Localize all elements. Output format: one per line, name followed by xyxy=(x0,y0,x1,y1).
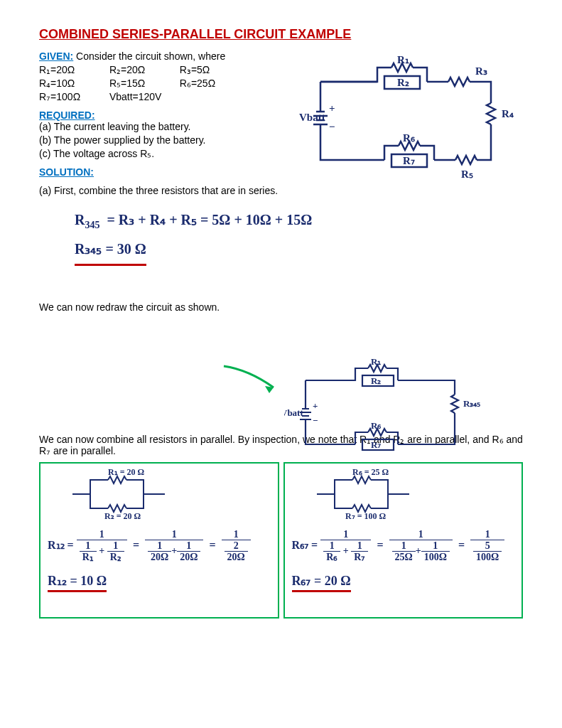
svg-text:R₂ = 20 Ω: R₂ = 20 Ω xyxy=(104,511,141,519)
mini-circuit-r67: R₆ = 25 Ω R₇ = 100 Ω xyxy=(313,469,427,519)
svg-text:+: + xyxy=(329,102,335,114)
svg-text:R₃: R₃ xyxy=(475,65,487,77)
svg-text:+: + xyxy=(313,400,318,411)
r5: R₅=15Ω xyxy=(109,77,177,89)
r345-answer: R₃₄₅ = 30 Ω xyxy=(75,235,146,266)
given-block: GIVEN: Consider the circuit shown, where… xyxy=(39,50,295,102)
svg-text:R₃₄₅: R₃₄₅ xyxy=(463,398,480,409)
svg-text:R₁: R₁ xyxy=(371,356,381,367)
r6: R₆=25Ω xyxy=(180,77,247,89)
svg-text:R₄: R₄ xyxy=(502,108,514,119)
parallel-box-r67: R₆ = 25 Ω R₇ = 100 Ω R₆₇ = 11R₆ + 1R₇ = … xyxy=(283,462,524,619)
r3: R₃=5Ω xyxy=(180,64,247,75)
r4: R₄=10Ω xyxy=(39,77,107,89)
svg-text:R₆ = 25 Ω: R₆ = 25 Ω xyxy=(352,469,389,477)
svg-text:R₁ = 20 Ω: R₁ = 20 Ω xyxy=(108,469,145,477)
r1: R₁=20Ω xyxy=(39,64,107,75)
page-title: COMBINED SERIES-PARALLEL CIRCUIT EXAMPLE xyxy=(39,27,523,42)
redraw-text: We can now redraw the circuit as shown. xyxy=(39,301,523,313)
equation-r345: R345 = R₃ + R₄ + R₅ = 5Ω + 10Ω + 15Ω R₃₄… xyxy=(75,206,523,266)
svg-text:R₇: R₇ xyxy=(371,439,381,450)
svg-text:R₇: R₇ xyxy=(403,155,415,166)
svg-text:R₅: R₅ xyxy=(461,168,473,180)
given-text: Consider the circuit shown, where xyxy=(73,50,225,62)
svg-text:R₁: R₁ xyxy=(397,54,409,65)
r67-answer: R₆₇ = 20 Ω xyxy=(292,573,351,592)
svg-text:Vbatt: Vbatt xyxy=(299,112,325,123)
mini-circuit-r12: R₁ = 20 Ω R₂ = 20 Ω xyxy=(69,469,183,519)
r12-answer: R₁₂ = 10 Ω xyxy=(48,573,107,592)
svg-text:Vbatt: Vbatt xyxy=(284,407,303,418)
svg-text:R₆: R₆ xyxy=(403,132,415,144)
svg-text:R₆: R₆ xyxy=(371,420,382,431)
vbatt: Vbatt=120V xyxy=(109,91,177,102)
r7: R₇=100Ω xyxy=(39,91,107,102)
svg-text:−: − xyxy=(329,121,335,132)
svg-text:R₇ = 100 Ω: R₇ = 100 Ω xyxy=(345,511,387,519)
svg-text:−: − xyxy=(313,415,318,426)
arrow-icon xyxy=(220,363,284,398)
given-label: GIVEN: xyxy=(39,50,73,62)
circuit-diagram-redraw: Vbatt +− R₁ R₂ R₃₄₅ R₆ R₇ xyxy=(284,355,497,469)
svg-text:R₂: R₂ xyxy=(371,375,381,386)
circuit-diagram-main: Vbatt +− R₁ R₂ R₃ R₄ R₅ R₆ R₇ xyxy=(299,53,526,188)
parallel-box-r12: R₁ = 20 Ω R₂ = 20 Ω R₁₂ = 11R₁ + 1R₂ = 1… xyxy=(39,462,279,619)
svg-text:R₂: R₂ xyxy=(397,77,409,88)
r2: R₂=20Ω xyxy=(109,64,177,75)
